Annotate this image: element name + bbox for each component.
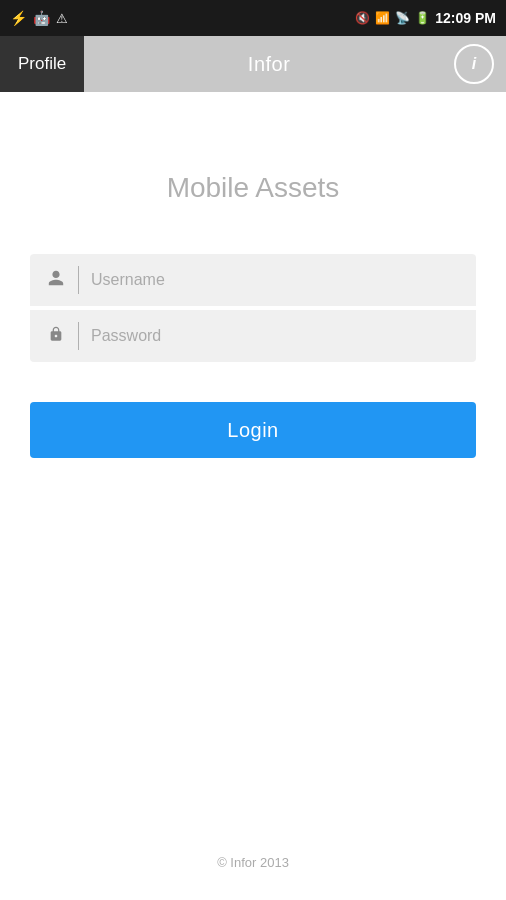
status-icons-left: ⚡ 🤖 ⚠ xyxy=(10,10,68,26)
app-bar-title: Infor xyxy=(84,53,454,76)
status-icons-right: 🔇 📶 📡 🔋 12:09 PM xyxy=(355,10,496,26)
main-content: Mobile Assets Login xyxy=(0,92,506,458)
login-form xyxy=(30,254,476,362)
copyright-text: © Infor 2013 xyxy=(217,855,289,870)
username-divider xyxy=(78,266,79,294)
username-input[interactable] xyxy=(91,271,460,289)
password-divider xyxy=(78,322,79,350)
username-row xyxy=(30,254,476,306)
wifi-icon: 📶 xyxy=(375,11,390,25)
status-bar: ⚡ 🤖 ⚠ 🔇 📶 📡 🔋 12:09 PM xyxy=(0,0,506,36)
time-display: 12:09 PM xyxy=(435,10,496,26)
person-icon xyxy=(46,269,66,292)
android-icon: 🤖 xyxy=(33,10,50,26)
password-row xyxy=(30,310,476,362)
app-bar: Profile Infor i xyxy=(0,36,506,92)
info-button[interactable]: i xyxy=(454,44,494,84)
battery-icon: 🔋 xyxy=(415,11,430,25)
profile-button[interactable]: Profile xyxy=(0,36,84,92)
password-input[interactable] xyxy=(91,327,460,345)
login-button[interactable]: Login xyxy=(30,402,476,458)
footer: © Infor 2013 xyxy=(0,855,506,870)
warning-icon: ⚠ xyxy=(56,11,68,26)
usb-icon: ⚡ xyxy=(10,10,27,26)
lock-icon xyxy=(46,325,66,348)
signal-icon: 📡 xyxy=(395,11,410,25)
app-title: Mobile Assets xyxy=(167,172,340,204)
mute-icon: 🔇 xyxy=(355,11,370,25)
